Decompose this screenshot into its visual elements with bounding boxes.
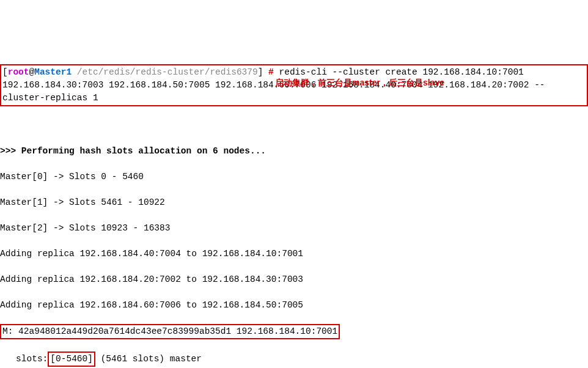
prompt-hash: # xyxy=(268,67,274,77)
hash-slots-header: >>> Performing hash slots allocation on … xyxy=(0,145,588,158)
prompt-user: root xyxy=(8,67,29,77)
replica-add-line: Adding replica 192.168.184.60:7006 to 19… xyxy=(0,299,588,312)
node-id-box: M: 42a948012a449d20a7614dc43ee7c83999ab3… xyxy=(0,324,340,339)
replica-add-line: Adding replica 192.168.184.20:7002 to 19… xyxy=(0,273,588,286)
slots-box: [0-5460] xyxy=(48,351,95,367)
master-slot-line: Master[1] -> Slots 5461 - 10922 xyxy=(0,196,588,209)
annotation-cluster: 启动集群，前三台是master，后三台是slave xyxy=(275,76,444,89)
replica-add-line: Adding replica 192.168.184.40:7004 to 19… xyxy=(0,248,588,260)
prompt-at: @ xyxy=(29,67,35,77)
prompt-host: Master1 xyxy=(34,67,72,77)
node-slots-line: slots:[0-5460] (5461 slots) master xyxy=(0,352,588,367)
command-block: [root@Master1 /etc/redis/redis-cluster/r… xyxy=(0,51,588,132)
master-slot-line: Master[0] -> Slots 0 - 5460 xyxy=(0,171,588,183)
prompt-path: /etc/redis/redis-cluster/redis6379 xyxy=(77,67,258,77)
node-master-line: M: 42a948012a449d20a7614dc43ee7c83999ab3… xyxy=(0,325,588,339)
master-slot-line: Master[2] -> Slots 10923 - 16383 xyxy=(0,222,588,235)
